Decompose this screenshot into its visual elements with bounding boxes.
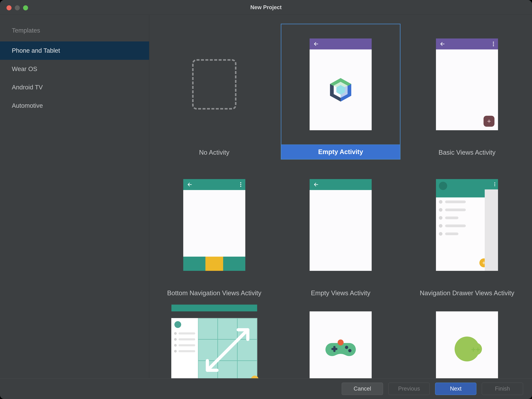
new-project-window: New Project Templates Phone and Tablet W… [0, 0, 532, 399]
appbar [310, 179, 372, 190]
phone-preview [310, 179, 372, 271]
template-label: Navigation Drawer Views Activity [420, 289, 514, 297]
appbar [436, 39, 498, 49]
phone-preview [310, 39, 372, 130]
svg-text:++: ++ [471, 345, 480, 354]
button-label: Cancel [354, 386, 371, 392]
cancel-button[interactable]: Cancel [342, 383, 383, 395]
window-zoom-icon[interactable] [23, 5, 28, 10]
footer: Cancel Previous Next Finish [0, 378, 532, 399]
svg-point-13 [240, 182, 241, 183]
gamepad-icon [324, 338, 357, 361]
template-card-navigation-drawer[interactable]: + [407, 164, 527, 286]
resize-arrow-icon [201, 321, 254, 378]
sidebar-item-label: Automotive [12, 102, 43, 109]
svg-point-14 [240, 184, 241, 185]
template-card-no-activity[interactable] [154, 24, 274, 145]
template-card-responsive-views[interactable]: + [154, 305, 274, 378]
template-card-game-activity[interactable] [281, 305, 400, 378]
svg-point-23 [345, 346, 348, 349]
template-label: Empty Activity [281, 145, 400, 160]
previous-button: Previous [388, 383, 430, 395]
sidebar-header: Templates [0, 24, 149, 41]
sidebar-item-phone-and-tablet[interactable]: Phone and Tablet [0, 41, 149, 60]
traffic-lights [6, 5, 28, 10]
appbar [183, 179, 245, 190]
sidebar-item-label: Wear OS [12, 65, 37, 72]
sidebar-item-wear-os[interactable]: Wear OS [0, 60, 149, 78]
bottom-navigation-bar [183, 257, 245, 271]
template-label: Bottom Navigation Views Activity [167, 289, 261, 297]
svg-point-10 [493, 43, 494, 44]
overflow-menu-icon [240, 182, 241, 187]
back-arrow-icon [440, 41, 445, 47]
window-close-icon[interactable] [6, 5, 12, 10]
sidebar-item-android-tv[interactable]: Android TV [0, 78, 149, 97]
svg-line-20 [207, 330, 248, 370]
svg-rect-22 [333, 346, 336, 352]
overflow-menu-icon [494, 182, 495, 186]
template-card-native-cpp[interactable]: ++ [407, 305, 527, 378]
fab-add-icon: + [483, 116, 494, 127]
titlebar: New Project [0, 0, 532, 15]
appbar [310, 39, 372, 49]
svg-point-19 [494, 185, 495, 186]
avatar-icon [439, 182, 447, 190]
button-label: Next [450, 386, 462, 392]
phone-preview: + [436, 39, 498, 130]
next-button[interactable]: Next [435, 383, 476, 395]
button-label: Previous [398, 386, 420, 392]
back-arrow-icon [313, 41, 319, 47]
svg-point-17 [494, 182, 495, 183]
svg-point-11 [493, 45, 494, 46]
phone-preview: + [436, 179, 498, 271]
finish-button: Finish [482, 383, 523, 395]
sidebar-item-label: Phone and Tablet [12, 47, 60, 54]
button-label: Finish [495, 386, 510, 392]
svg-point-18 [494, 184, 495, 185]
template-label: No Activity [199, 149, 229, 156]
jetpack-compose-icon [327, 77, 354, 103]
cpp-icon: ++ [451, 334, 482, 365]
no-activity-icon [192, 59, 236, 110]
svg-point-25 [338, 340, 344, 346]
template-card-bottom-navigation[interactable] [154, 164, 274, 286]
template-card-empty-activity[interactable] [281, 24, 400, 145]
responsive-preview: + [171, 311, 257, 378]
template-card-empty-views-activity[interactable] [281, 164, 400, 286]
template-label: Basic Views Activity [439, 149, 496, 156]
svg-point-9 [493, 42, 494, 43]
overflow-menu-icon [493, 41, 494, 47]
back-arrow-icon [187, 182, 192, 187]
avatar-icon [174, 321, 181, 328]
svg-point-24 [348, 349, 351, 352]
template-label: Empty Views Activity [311, 289, 370, 297]
sidebar-item-automotive[interactable]: Automotive [0, 97, 149, 115]
sidebar: Templates Phone and Tablet Wear OS Andro… [0, 15, 149, 378]
window-minimize-icon [15, 5, 20, 10]
body: Templates Phone and Tablet Wear OS Andro… [0, 15, 532, 378]
phone-preview: ++ [436, 311, 498, 378]
window-title: New Project [250, 4, 282, 11]
phone-preview [310, 311, 372, 378]
phone-preview [183, 179, 245, 271]
back-arrow-icon [313, 182, 319, 187]
template-card-basic-views-activity[interactable]: + [407, 24, 527, 145]
sidebar-item-label: Android TV [12, 84, 43, 91]
svg-point-15 [240, 186, 241, 187]
template-gallery: No Activity [149, 15, 532, 378]
